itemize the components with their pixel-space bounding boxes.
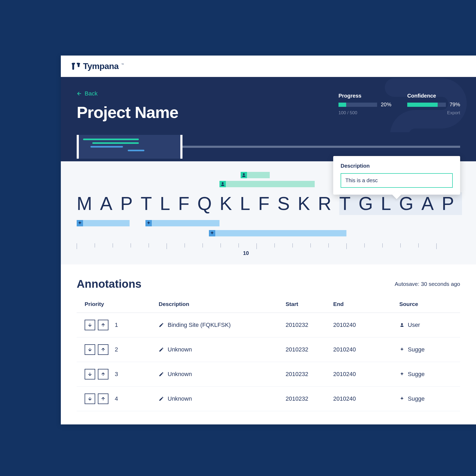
priority-up-button[interactable]: [98, 344, 108, 355]
table-row: 2 Unknown 2010232 2010240 Sugge: [77, 337, 460, 362]
row-start: 2010232: [286, 371, 333, 378]
user-icon: [399, 322, 405, 328]
row-source: Sugge: [408, 346, 425, 353]
brand-logo[interactable]: Tympana ™: [71, 61, 124, 71]
col-header-priority: Priority: [85, 301, 159, 307]
col-header-start: Start: [286, 301, 333, 307]
popover-title: Description: [341, 163, 453, 169]
confidence-metric: Confidence 79% Export: [407, 93, 460, 116]
sparkle-icon: [399, 347, 405, 352]
row-end: 2010240: [333, 322, 399, 328]
suggested-annotation-marker[interactable]: [77, 220, 130, 226]
priority-down-button[interactable]: [85, 344, 95, 355]
edit-icon: [159, 372, 164, 377]
priority-down-button[interactable]: [85, 369, 95, 379]
row-source: Sugge: [408, 395, 425, 402]
description-input[interactable]: [341, 173, 453, 188]
table-row: 4 Unknown 2010232 2010240 Sugge: [77, 387, 460, 411]
priority-up-button[interactable]: [98, 393, 108, 404]
row-start: 2010232: [286, 395, 333, 402]
col-header-description: Description: [159, 301, 286, 307]
priority-down-button[interactable]: [85, 393, 95, 404]
ruler-tick-label: 10: [243, 250, 249, 256]
sequence-text[interactable]: MAPTLFQKLFSKRTGLGAP: [77, 193, 460, 214]
timeline-scrubber[interactable]: [182, 146, 460, 148]
table-row: 1 Binding Site (FQKLFSK) 2010232 2010240…: [77, 313, 460, 337]
priority-value: 4: [115, 395, 118, 402]
sparkle-icon: [399, 396, 405, 401]
progress-metric: Progress 20% 100 / 500: [338, 93, 391, 116]
sequence-viewer: Description MAPTLFQKLFSKRTGLGAP: [61, 161, 476, 264]
annotations-section: Annotations Autosave: 30 seconds ago Pri…: [61, 264, 476, 424]
col-header-source: Source: [399, 301, 452, 307]
confidence-bar: [407, 103, 446, 107]
sparkle-icon: [399, 372, 405, 377]
autosave-status: Autosave: 30 seconds ago: [395, 281, 460, 287]
brand-name: Tympana: [83, 61, 119, 71]
sparkle-icon: [146, 221, 151, 226]
priority-down-button[interactable]: [85, 320, 95, 330]
row-description[interactable]: Unknown: [168, 346, 192, 353]
topbar: Tympana ™: [61, 56, 476, 77]
row-end: 2010240: [333, 395, 399, 402]
progress-bar: [338, 103, 377, 107]
col-header-end: End: [333, 301, 399, 307]
logo-mark-icon: [71, 62, 80, 71]
annotations-table: Priority Description Start End Source 1 …: [77, 301, 460, 411]
row-end: 2010240: [333, 346, 399, 353]
user-annotation-marker[interactable]: [241, 172, 270, 178]
metrics-panel: Progress 20% 100 / 500 Confidence 79% Ex…: [338, 93, 460, 116]
user-icon: [241, 172, 246, 178]
description-popover: Description: [333, 156, 460, 195]
user-icon: [220, 181, 225, 187]
edit-icon: [159, 396, 164, 401]
confidence-percent: 79%: [450, 102, 460, 108]
row-start: 2010232: [286, 322, 333, 328]
export-link[interactable]: Export: [447, 110, 460, 116]
confidence-label: Confidence: [407, 93, 460, 99]
user-annotation-marker[interactable]: [219, 181, 315, 187]
priority-value: 3: [115, 371, 118, 378]
row-end: 2010240: [333, 371, 399, 378]
priority-value: 1: [115, 322, 118, 328]
row-source: Sugge: [408, 371, 425, 378]
edit-icon: [159, 322, 164, 328]
app-window: Tympana ™ Back Project Name Progress 20%…: [61, 56, 476, 424]
row-source: User: [408, 322, 420, 328]
row-start: 2010232: [286, 346, 333, 353]
annotations-title: Annotations: [77, 278, 141, 290]
back-label: Back: [85, 90, 98, 97]
suggested-annotation-marker[interactable]: [209, 230, 346, 236]
priority-value: 2: [115, 346, 118, 353]
progress-label: Progress: [338, 93, 391, 99]
trademark-icon: ™: [121, 63, 124, 66]
progress-count: 100 / 500: [338, 110, 357, 116]
table-row: 3 Unknown 2010232 2010240 Sugge: [77, 362, 460, 387]
arrow-left-icon: [77, 91, 82, 96]
progress-percent: 20%: [381, 102, 391, 108]
sparkle-icon: [209, 231, 215, 236]
priority-up-button[interactable]: [98, 369, 108, 379]
edit-icon: [159, 347, 164, 352]
priority-up-button[interactable]: [98, 320, 108, 330]
minimap-viewport[interactable]: [77, 135, 182, 159]
sequence-ruler: 10: [77, 243, 460, 257]
row-description[interactable]: Unknown: [168, 371, 192, 378]
project-header: Back Project Name Progress 20% 100 / 500…: [61, 77, 476, 132]
row-description[interactable]: Unknown: [168, 395, 192, 402]
suggested-annotation-marker[interactable]: [145, 220, 219, 226]
row-description[interactable]: Binding Site (FQKLFSK): [168, 322, 231, 328]
sparkle-icon: [77, 221, 83, 226]
